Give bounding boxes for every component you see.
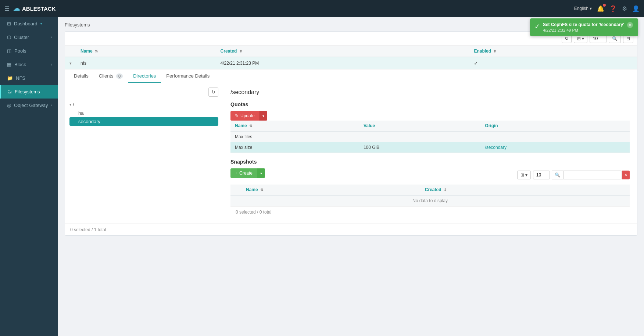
snap-search-icon-button[interactable]: 🔍 bbox=[552, 171, 563, 179]
user-icon[interactable]: 👤 bbox=[632, 5, 640, 12]
pools-icon: ◫ bbox=[7, 48, 11, 54]
directory-title: /secondary bbox=[230, 89, 630, 96]
language-button[interactable]: English ▾ bbox=[574, 6, 592, 11]
sidebar-item-pools[interactable]: ◫ Pools bbox=[0, 44, 58, 58]
quota-value-max-files bbox=[359, 131, 480, 142]
snapshots-toolbar: + Create ▾ ⊞ bbox=[230, 168, 630, 182]
snap-page-size[interactable] bbox=[533, 171, 550, 179]
block-icon: ▦ bbox=[7, 62, 11, 67]
sidebar-label-dashboard: Dashboard bbox=[14, 21, 37, 26]
row-created-cell: 4/22/21 2:31:23 PM bbox=[216, 57, 470, 69]
quotas-section: Quotas ✎ Update ▾ bbox=[230, 101, 630, 153]
create-caret-button[interactable]: ▾ bbox=[257, 168, 265, 178]
language-label: English bbox=[574, 6, 588, 11]
create-btn-group: + Create ▾ bbox=[230, 168, 265, 178]
dir-child-secondary[interactable]: secondary bbox=[69, 117, 218, 126]
enabled-check-icon: ✓ bbox=[474, 60, 478, 66]
tabs: Details Clients 0 Directories Performanc… bbox=[65, 69, 637, 83]
table-row[interactable]: ▾ nfs 4/22/21 2:31:23 PM ✓ bbox=[65, 57, 637, 69]
object-gateway-icon: ◎ bbox=[7, 103, 11, 108]
sidebar-label-cluster: Cluster bbox=[14, 35, 29, 40]
main-status-text: 0 selected / 1 total bbox=[70, 227, 106, 232]
dir-root-label: / bbox=[73, 102, 74, 107]
cloud-icon: ☁ bbox=[13, 4, 20, 12]
snap-search-input[interactable] bbox=[563, 171, 622, 179]
settings-icon[interactable]: ⚙ bbox=[622, 5, 627, 12]
tab-clients[interactable]: Clients 0 bbox=[94, 69, 128, 83]
col-name[interactable]: Name ⇅ bbox=[76, 46, 216, 57]
no-data-label: No data to display bbox=[412, 198, 448, 203]
filesystems-table: Name ⇅ Created ⇕ Enabled ⇕ bbox=[65, 46, 637, 224]
update-btn-group: ✎ Update ▾ bbox=[230, 111, 630, 121]
expand-icon[interactable]: ▾ bbox=[69, 61, 72, 65]
snap-col-created[interactable]: Created ⇕ bbox=[421, 185, 630, 195]
directory-panel: ↻ ▾ / ha bbox=[65, 83, 223, 224]
enabled-sort-icon: ⇕ bbox=[493, 49, 496, 53]
snap-clear-button[interactable]: × bbox=[622, 171, 630, 179]
columns-icon: ⊞ bbox=[577, 36, 581, 41]
tab-performance[interactable]: Performance Details bbox=[161, 69, 215, 83]
quota-row-max-files: Max files bbox=[230, 131, 630, 142]
quotas-col-value: Value bbox=[359, 121, 480, 131]
tab-details[interactable]: Details bbox=[69, 69, 94, 83]
snapshots-header-row: Name ⇅ Created ⇕ bbox=[230, 185, 630, 195]
snap-created-sort: ⇕ bbox=[444, 188, 447, 192]
columns-caret: ▾ bbox=[582, 36, 584, 41]
dir-child-ha[interactable]: ha bbox=[69, 109, 218, 117]
col-created[interactable]: Created ⇕ bbox=[216, 46, 470, 57]
snap-col-created-label: Created bbox=[425, 187, 441, 192]
toast-close-button[interactable]: × bbox=[627, 22, 633, 28]
origin-link: /secondary bbox=[485, 145, 507, 150]
sidebar-item-nfs[interactable]: 📁 NFS bbox=[0, 71, 58, 85]
row-enabled-cell: ✓ bbox=[469, 57, 637, 69]
update-button[interactable]: ✎ Update bbox=[230, 111, 259, 121]
tab-directories[interactable]: Directories bbox=[128, 69, 161, 83]
snap-toolbar-right: ⊞ ▾ 🔍 × bbox=[517, 171, 630, 179]
detail-container: ↻ ▾ / ha bbox=[65, 83, 637, 224]
dir-child-secondary-label: secondary bbox=[78, 119, 100, 124]
name-sort-icon: ⇅ bbox=[95, 49, 98, 53]
quotas-header-row: Name ⇅ Value Origin bbox=[230, 121, 630, 131]
clients-badge: 0 bbox=[116, 74, 123, 79]
sidebar-item-cluster[interactable]: ⬡ Cluster › bbox=[0, 31, 58, 44]
directory-tree: ▾ / ha secondary bbox=[69, 100, 218, 126]
dir-root-item[interactable]: ▾ / bbox=[69, 100, 218, 109]
brand-name: ABLESTACK bbox=[22, 6, 56, 12]
snap-col-name[interactable]: Name ⇅ bbox=[242, 185, 421, 195]
sidebar-label-filesystems: Filesystems bbox=[15, 89, 40, 94]
quota-row-max-size: Max size 100 GiB /secondary bbox=[230, 142, 630, 153]
col-enabled[interactable]: Enabled ⇕ bbox=[469, 46, 637, 57]
sidebar-label-object-gateway: Object Gateway bbox=[14, 103, 48, 108]
quotas-col-name-label: Name bbox=[235, 123, 247, 128]
sidebar-item-filesystems[interactable]: 🗂 Filesystems bbox=[0, 85, 58, 99]
toast-check-icon: ✓ bbox=[534, 22, 540, 31]
sidebar: ⊞ Dashboard ● ⬡ Cluster › ◫ Pools ▦ Bloc… bbox=[0, 17, 58, 336]
sidebar-item-block[interactable]: ▦ Block › bbox=[0, 58, 58, 71]
root-arrow-icon: ▾ bbox=[69, 103, 71, 107]
snap-name-sort: ⇅ bbox=[260, 188, 263, 192]
main-content: Filesystems ↻ ⊞ ▾ 🔍 ⊟ Name bbox=[58, 17, 644, 336]
snap-col-name-label: Name bbox=[246, 187, 258, 192]
table-header-row: Name ⇅ Created ⇕ Enabled ⇕ bbox=[65, 46, 637, 57]
snap-no-data-cell: No data to display bbox=[230, 195, 630, 206]
quotas-col-name[interactable]: Name ⇅ bbox=[230, 121, 359, 131]
plus-icon: + bbox=[235, 171, 237, 176]
sidebar-item-object-gateway[interactable]: ◎ Object Gateway › bbox=[0, 99, 58, 112]
sidebar-item-dashboard[interactable]: ⊞ Dashboard ● bbox=[0, 17, 58, 31]
topbar: ☰ ☁ ABLESTACK English ▾ 🔔 ❓ ⚙ 👤 bbox=[0, 0, 644, 17]
hamburger-icon[interactable]: ☰ bbox=[4, 5, 10, 12]
dir-toolbar: ↻ bbox=[69, 87, 218, 97]
edit-icon: ✎ bbox=[235, 113, 239, 118]
snapshots-status-text: 0 selected / 0 total bbox=[236, 210, 271, 215]
notifications-icon[interactable]: 🔔 bbox=[597, 5, 604, 12]
dir-refresh-button[interactable]: ↻ bbox=[208, 87, 218, 97]
quotas-table: Name ⇅ Value Origin bbox=[230, 121, 630, 153]
update-caret-button[interactable]: ▾ bbox=[259, 111, 267, 121]
help-icon[interactable]: ❓ bbox=[609, 5, 617, 12]
create-button[interactable]: + Create bbox=[230, 168, 257, 178]
brand: ☁ ABLESTACK bbox=[13, 4, 56, 12]
snap-columns-button[interactable]: ⊞ ▾ bbox=[517, 171, 531, 179]
sidebar-label-nfs: NFS bbox=[16, 75, 25, 81]
snap-columns-icon: ⊞ bbox=[520, 172, 524, 178]
row-expand-cell[interactable]: ▾ bbox=[65, 57, 76, 69]
